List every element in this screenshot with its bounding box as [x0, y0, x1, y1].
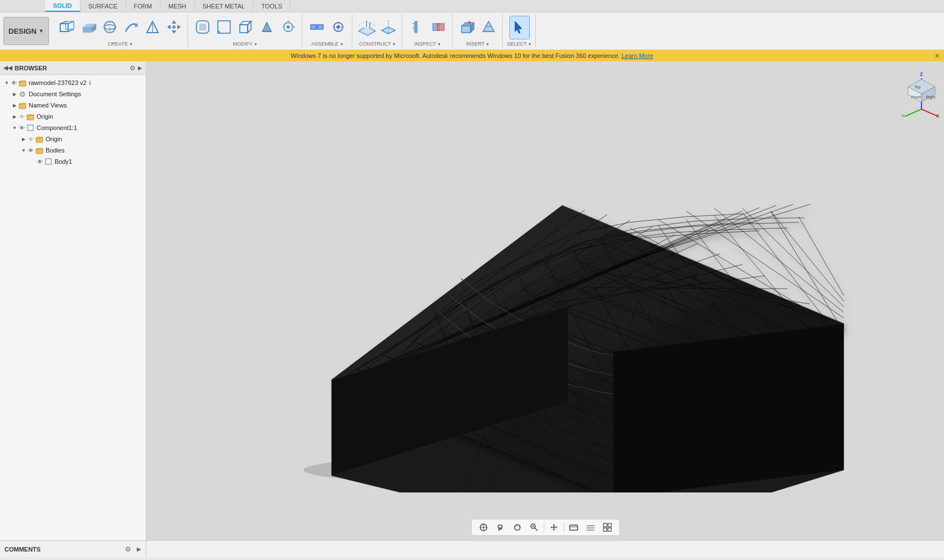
svg-rect-45: [415, 21, 417, 33]
pan-button[interactable]: [547, 521, 561, 534]
grid-button[interactable]: [583, 521, 598, 534]
move-button[interactable]: [164, 16, 184, 39]
svg-rect-160: [498, 525, 502, 528]
tree-eye-root[interactable]: 👁: [10, 79, 18, 87]
orbit-button[interactable]: [510, 521, 525, 534]
offset-plane-button[interactable]: [357, 16, 377, 39]
view-settings-button[interactable]: [600, 521, 615, 534]
insert-mesh-button[interactable]: [478, 16, 499, 39]
tree-item-named-views[interactable]: ▶ Named Views: [0, 100, 146, 111]
tree-arrow-component1[interactable]: ▼: [11, 124, 18, 131]
tree-icon-component1: [26, 123, 35, 132]
tab-surface[interactable]: SURFACE: [80, 0, 126, 12]
chamfer-button[interactable]: [214, 16, 234, 39]
tree-arrow-origin1[interactable]: ▶: [11, 113, 18, 120]
tree-eye-body1[interactable]: 👁: [36, 158, 44, 165]
viewport[interactable]: Z Y X Top Front Right: [146, 61, 944, 540]
browser-expand-icon[interactable]: ▶: [138, 65, 142, 71]
browser-header: ◀◀ BROWSER ⚙ ▶: [0, 61, 146, 75]
tree-item-bodies[interactable]: ▼ 👁 Bodies: [0, 145, 146, 156]
tab-solid[interactable]: SOLID: [45, 0, 80, 12]
loft-button[interactable]: [142, 16, 163, 39]
tree-item-component1[interactable]: ▼ 👁 Component1:1: [0, 122, 146, 133]
interference-button[interactable]: [428, 16, 449, 39]
svg-line-101: [771, 211, 844, 301]
tree-icon-named-views: [18, 101, 27, 110]
measure-icon: [409, 19, 425, 37]
bottom-toolbar-sep-2: [563, 522, 564, 532]
svg-marker-171: [556, 526, 557, 528]
construct-label[interactable]: CONSTRUCT ▼: [357, 41, 399, 48]
view-cube[interactable]: Z Y X Top Front Right: [899, 67, 938, 112]
insert-derive-button[interactable]: [457, 16, 477, 39]
svg-rect-0: [60, 24, 68, 32]
tab-sheet-metal[interactable]: SHEET METAL: [195, 0, 253, 12]
scale-button[interactable]: [278, 16, 298, 39]
assemble-label[interactable]: ASSEMBLE ▼: [307, 41, 348, 48]
display-options-button[interactable]: [566, 521, 581, 534]
select-button[interactable]: [509, 16, 530, 39]
tree-item-origin1[interactable]: ▶ 👁 Origin: [0, 111, 146, 122]
tree-arrow-named-views[interactable]: ▶: [11, 102, 18, 109]
browser-collapse-icon[interactable]: ◀◀: [3, 65, 12, 71]
zoom-window-button[interactable]: [527, 521, 542, 534]
extrude-button[interactable]: [78, 16, 99, 39]
inspect-label[interactable]: INSPECT ▼: [407, 41, 449, 48]
scale-icon: [280, 19, 296, 37]
insert-mesh-icon: [481, 19, 496, 37]
notification-bar: Windows 7 is no longer supported by Micr…: [0, 50, 944, 61]
create-label[interactable]: CREATE ▼: [57, 41, 184, 48]
tree-arrow-root[interactable]: ▼: [3, 79, 10, 86]
toolbar-group-select: SELECT ▼: [504, 14, 536, 48]
notification-close-button[interactable]: ×: [935, 51, 939, 60]
insert-label[interactable]: INSERT ▼: [457, 41, 499, 48]
svg-rect-32: [311, 25, 316, 29]
svg-text:Z: Z: [920, 71, 923, 77]
learn-more-link[interactable]: Learn More: [621, 52, 653, 59]
svg-point-163: [514, 525, 520, 530]
sweep-button[interactable]: [121, 16, 141, 39]
svg-text:Right: Right: [926, 95, 935, 100]
svg-rect-63: [19, 81, 26, 86]
comments-settings-icon[interactable]: ⚙: [125, 545, 131, 553]
fillet-button[interactable]: [193, 16, 213, 39]
design-button[interactable]: DESIGN ▼: [3, 17, 49, 45]
measure-button[interactable]: [407, 16, 427, 39]
loft-icon: [145, 19, 160, 37]
shell-button[interactable]: [235, 16, 256, 39]
tree-arrow-origin2[interactable]: ▶: [20, 136, 27, 142]
notification-text: Windows 7 is no longer supported by Micr…: [291, 52, 622, 59]
tree-item-root[interactable]: ▼ 👁 rawmodel-237623 v2 ℹ: [0, 77, 146, 88]
browser-title: BROWSER: [15, 65, 47, 71]
draft-button[interactable]: [257, 16, 277, 39]
tree-item-origin2[interactable]: ▶ 👁 Origin: [0, 133, 146, 145]
tree-item-body1[interactable]: 👁 Body1: [0, 156, 146, 167]
tab-form[interactable]: FORM: [126, 0, 160, 12]
tree-eye-component1[interactable]: 👁: [18, 124, 26, 132]
joint-button[interactable]: [307, 16, 327, 39]
tree-eye-bodies[interactable]: 👁: [27, 146, 35, 154]
browser-settings-icon[interactable]: ⚙: [129, 64, 136, 72]
tree-info-icon-root[interactable]: ℹ: [89, 80, 91, 86]
zoom-out-button[interactable]: [493, 521, 508, 534]
svg-marker-14: [172, 20, 176, 24]
revolve-button[interactable]: [100, 16, 120, 39]
rigid-group-button[interactable]: [328, 16, 348, 39]
svg-text:Top: Top: [914, 85, 920, 89]
tree-eye-origin1[interactable]: 👁: [18, 113, 26, 120]
new-component-button[interactable]: [57, 16, 77, 39]
tab-tools[interactable]: TOOLS: [253, 0, 290, 12]
tree-eye-origin2[interactable]: 👁: [27, 135, 35, 143]
select-label[interactable]: SELECT ▼: [507, 41, 532, 48]
modify-label[interactable]: MODIFY ▼: [193, 41, 298, 48]
tab-mesh[interactable]: MESH: [160, 0, 195, 12]
comments-label: COMMENTS: [5, 546, 41, 553]
svg-point-18: [172, 25, 176, 29]
comments-expand-icon[interactable]: ▶: [137, 546, 141, 552]
midplane-button[interactable]: [378, 16, 399, 39]
svg-marker-62: [515, 21, 522, 33]
tree-arrow-bodies[interactable]: ▼: [20, 147, 27, 154]
fit-to-screen-button[interactable]: [476, 521, 491, 534]
tree-item-doc-settings[interactable]: ▶ ⚙ Document Settings: [0, 88, 146, 100]
tree-arrow-doc-settings[interactable]: ▶: [11, 91, 18, 97]
